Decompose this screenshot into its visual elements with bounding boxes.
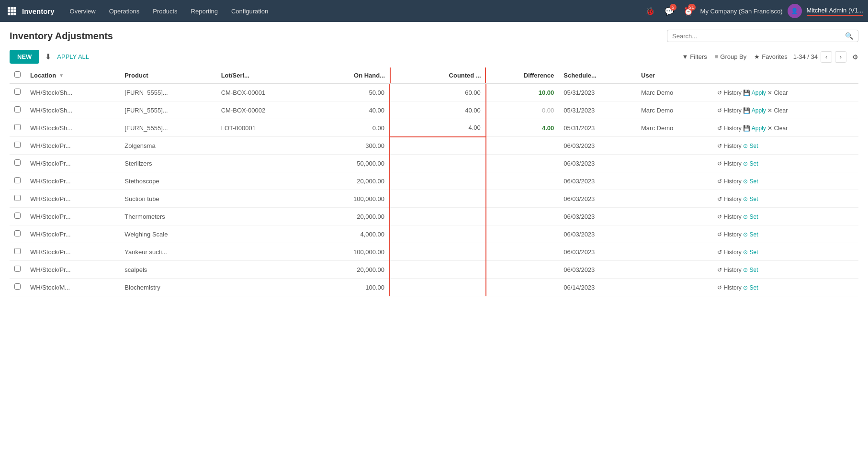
row-checkbox[interactable] <box>14 195 21 201</box>
set-row-button[interactable]: ⊙ Set <box>742 143 758 149</box>
col-header-scheduled[interactable]: Schedule... <box>559 67 636 83</box>
favorites-button[interactable]: ★ Favorites <box>754 53 787 60</box>
bug-icon-btn[interactable]: 🐞 <box>643 4 657 18</box>
col-header-difference[interactable]: Difference <box>486 67 559 83</box>
user-name[interactable]: Mitchell Admin (V1... <box>807 7 864 16</box>
history-button[interactable]: ↺ History <box>717 213 742 220</box>
row-counted[interactable] <box>390 225 486 243</box>
filters-button[interactable]: ▼ Filters <box>682 53 707 60</box>
pagination-text: 1-34 / 34 <box>793 53 818 60</box>
row-product: [FURN_5555]... <box>120 101 216 119</box>
col-header-lot[interactable]: Lot/Seri... <box>216 67 315 83</box>
row-checkbox[interactable] <box>14 159 21 166</box>
history-button[interactable]: ↺ History <box>717 107 742 114</box>
set-row-button[interactable]: ⊙ Set <box>742 231 758 238</box>
group-by-button[interactable]: ≡ Group By <box>715 53 747 60</box>
select-all-checkbox[interactable] <box>14 71 21 78</box>
row-checkbox[interactable] <box>14 106 21 112</box>
row-checkbox-cell <box>10 137 25 155</box>
row-checkbox[interactable] <box>14 124 21 130</box>
row-counted[interactable] <box>390 243 486 261</box>
select-all-checkbox-header[interactable] <box>10 67 25 83</box>
apply-row-button[interactable]: 💾 Apply <box>742 125 766 132</box>
row-counted[interactable] <box>390 190 486 208</box>
nav-configuration[interactable]: Configuration <box>225 5 274 18</box>
row-checkbox[interactable] <box>14 142 21 148</box>
row-checkbox[interactable] <box>14 177 21 183</box>
row-counted[interactable]: 60.00 <box>390 83 486 101</box>
user-avatar[interactable]: 👤 <box>788 4 802 18</box>
set-row-button[interactable]: ⊙ Set <box>742 249 758 256</box>
row-counted[interactable]: 4.00 <box>390 119 486 137</box>
row-onhand: 100,000.00 <box>315 243 390 261</box>
col-header-counted[interactable]: Counted ... <box>390 67 486 83</box>
row-counted[interactable] <box>390 155 486 172</box>
activity-icon-btn[interactable]: ⏰ 21 <box>681 4 696 18</box>
set-row-button[interactable]: ⊙ Set <box>742 267 758 273</box>
nav-overview[interactable]: Overview <box>64 5 101 18</box>
row-counted[interactable] <box>390 137 486 155</box>
messages-icon-btn[interactable]: 💬 5 <box>662 4 676 18</box>
history-button[interactable]: ↺ History <box>717 284 742 291</box>
row-product: Biochemistry <box>120 279 216 296</box>
new-button[interactable]: NEW <box>10 50 39 64</box>
activity-badge: 21 <box>688 4 696 11</box>
history-button[interactable]: ↺ History <box>717 178 742 185</box>
history-button[interactable]: ↺ History <box>717 143 742 149</box>
apply-all-button[interactable]: APPLY ALL <box>57 53 89 60</box>
history-button[interactable]: ↺ History <box>717 196 742 202</box>
row-actions: ↺ History ⊙ Set <box>712 279 858 296</box>
prev-page-button[interactable]: ‹ <box>821 51 832 63</box>
row-scheduled: 06/03/2023 <box>559 208 636 225</box>
row-checkbox[interactable] <box>14 230 21 236</box>
history-button[interactable]: ↺ History <box>717 90 742 96</box>
row-checkbox[interactable] <box>14 283 21 290</box>
set-row-button[interactable]: ⊙ Set <box>742 196 758 202</box>
row-counted[interactable] <box>390 279 486 296</box>
bug-icon: 🐞 <box>645 7 655 16</box>
history-button[interactable]: ↺ History <box>717 231 742 238</box>
apply-row-button[interactable]: 💾 Apply <box>742 107 766 114</box>
company-name[interactable]: My Company (San Francisco) <box>700 8 783 15</box>
app-name[interactable]: Inventory <box>22 7 55 15</box>
row-counted[interactable]: 40.00 <box>390 101 486 119</box>
history-button[interactable]: ↺ History <box>717 249 742 256</box>
next-page-button[interactable]: › <box>835 51 846 63</box>
row-counted[interactable] <box>390 208 486 225</box>
apply-row-button[interactable]: 💾 Apply <box>742 90 766 96</box>
col-header-location[interactable]: Location ▼ <box>25 67 120 83</box>
row-checkbox[interactable] <box>14 89 21 95</box>
history-button[interactable]: ↺ History <box>717 267 742 273</box>
clear-row-button[interactable]: ✕ Clear <box>766 125 788 132</box>
row-counted[interactable] <box>390 261 486 279</box>
col-header-onhand[interactable]: On Hand... <box>315 67 390 83</box>
row-counted[interactable] <box>390 172 486 190</box>
search-bar[interactable]: 🔍 <box>667 30 858 42</box>
nav-operations[interactable]: Operations <box>103 5 146 18</box>
download-button[interactable]: ⬇ <box>45 52 51 61</box>
clear-row-button[interactable]: ✕ Clear <box>766 107 788 114</box>
row-lot <box>216 172 315 190</box>
row-product: [FURN_5555]... <box>120 83 216 101</box>
search-input[interactable] <box>672 33 845 40</box>
history-button[interactable]: ↺ History <box>717 125 742 132</box>
grid-icon[interactable] <box>5 4 18 18</box>
col-header-user[interactable]: User <box>636 67 712 83</box>
row-checkbox[interactable] <box>14 266 21 272</box>
col-header-product[interactable]: Product <box>120 67 216 83</box>
set-row-button[interactable]: ⊙ Set <box>742 178 758 185</box>
row-checkbox[interactable] <box>14 248 21 254</box>
history-button[interactable]: ↺ History <box>717 160 742 167</box>
row-location: WH/Stock/Pr... <box>25 225 120 243</box>
row-checkbox[interactable] <box>14 213 21 219</box>
row-checkbox-cell <box>10 155 25 172</box>
nav-products[interactable]: Products <box>147 5 183 18</box>
row-actions: ↺ History ⊙ Set <box>712 190 858 208</box>
clear-row-button[interactable]: ✕ Clear <box>766 90 788 96</box>
svg-rect-5 <box>13 10 16 12</box>
nav-reporting[interactable]: Reporting <box>185 5 224 18</box>
set-row-button[interactable]: ⊙ Set <box>742 160 758 167</box>
column-settings-button[interactable]: ⚙ <box>852 53 858 61</box>
set-row-button[interactable]: ⊙ Set <box>742 213 758 220</box>
set-row-button[interactable]: ⊙ Set <box>742 284 758 291</box>
